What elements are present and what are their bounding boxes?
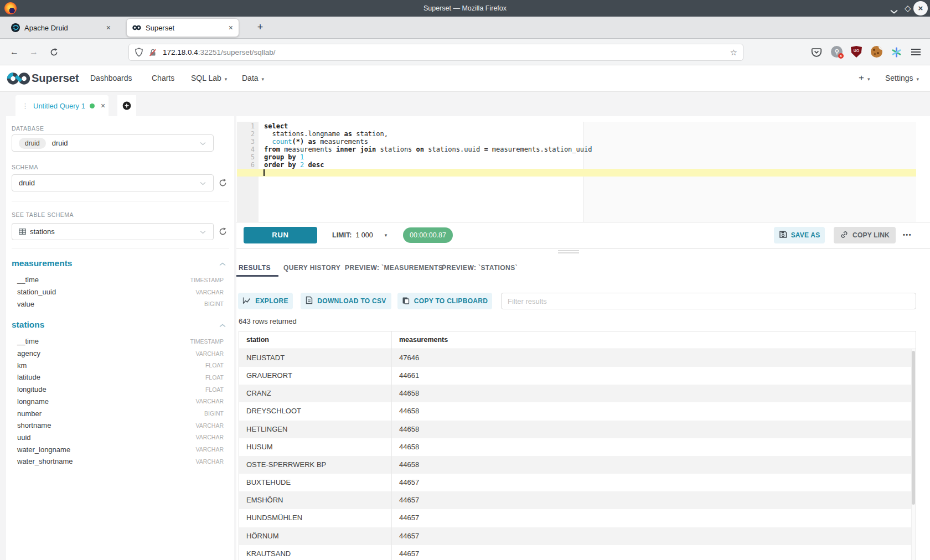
pane-resize-handle[interactable] [558, 250, 579, 251]
insecure-lock-icon[interactable] [148, 48, 157, 57]
nav-charts[interactable]: Charts [152, 65, 174, 91]
tab-results[interactable]: RESULTS [239, 263, 271, 272]
sql-code[interactable]: select stations.longname as station, cou… [264, 122, 592, 177]
results-table-header[interactable]: station measurements [239, 331, 916, 349]
run-button[interactable]: RUN [244, 227, 317, 243]
table-section-measurements[interactable]: measurements [6, 256, 234, 271]
cell-measurements: 44657 [392, 491, 916, 509]
schema-table-list: measurements__timeTIMESTAMPstation_uuidV… [6, 256, 234, 468]
nav-dashboards[interactable]: Dashboards [90, 65, 132, 91]
tab-close-icon[interactable]: × [229, 24, 233, 32]
browser-toolbar: ← → 172.18.0.4:32251/superset/sqllab/ ☆ … [0, 39, 930, 65]
divider [12, 248, 229, 248]
window-maximize-icon[interactable]: ◇ [905, 0, 911, 17]
database-select[interactable]: druid druid [12, 134, 214, 152]
column-header-measurements[interactable]: measurements [392, 331, 916, 349]
more-options-button[interactable]: ••• [898, 227, 916, 243]
tab-query-history[interactable]: QUERY HISTORY [283, 263, 340, 272]
table-row: HÖRNUM44657 [239, 527, 916, 545]
nav-data[interactable]: Data▾ [242, 65, 264, 91]
tab-preview-measurements[interactable]: PREVIEW: `MEASUREMENTS` [345, 263, 446, 272]
superset-navbar: Superset Dashboards Charts SQL Lab▾ Data… [0, 65, 930, 92]
column-row: longnameVARCHAR [6, 396, 234, 408]
table-select[interactable]: stations [12, 223, 214, 240]
limit-control[interactable]: LIMIT: 1 000 ▾ [332, 227, 387, 243]
ublock-origin-icon[interactable]: UO [851, 46, 863, 58]
drag-handle-icon[interactable]: ⋮ [22, 102, 29, 110]
cell-measurements: 44658 [392, 385, 916, 402]
reload-button[interactable] [46, 48, 61, 57]
refresh-tables-icon[interactable] [218, 227, 228, 236]
brand-name[interactable]: Superset [32, 65, 79, 91]
url-path: :32251/superset/sqllab/ [198, 48, 276, 56]
cell-measurements: 44657 [392, 509, 916, 527]
table-section-stations[interactable]: stations [6, 317, 234, 333]
add-query-tab-button[interactable] [117, 95, 136, 116]
window-minimize-icon[interactable] [890, 6, 898, 16]
copy-link-button[interactable]: COPY LINK [834, 227, 896, 243]
tab-close-icon[interactable]: × [106, 24, 111, 32]
colorful-extension-icon[interactable] [891, 46, 903, 58]
column-header-station[interactable]: station [239, 331, 392, 349]
caret-down-icon[interactable]: ▾ [385, 232, 388, 238]
scrollbar-thumb[interactable] [912, 351, 915, 505]
extension-icon[interactable]: ⚲x [831, 46, 843, 58]
cell-measurements: 44661 [392, 367, 916, 385]
text-cursor [264, 169, 265, 176]
settings-menu[interactable]: Settings▾ [885, 65, 919, 91]
cookie-extension-icon[interactable] [871, 46, 883, 58]
query-tab-close-icon[interactable]: × [101, 102, 105, 110]
collapse-chevron-icon[interactable] [219, 320, 226, 330]
query-tab-active[interactable]: ⋮ Untitled Query 1 × [16, 95, 108, 116]
table-scrollbar[interactable] [911, 349, 916, 560]
column-name: uuid [17, 433, 31, 442]
collapse-chevron-icon[interactable] [219, 258, 226, 268]
refresh-schemas-icon[interactable] [218, 178, 228, 188]
column-name: __time [17, 276, 39, 284]
sql-editor[interactable]: 1234567 select stations.longname as stat… [236, 122, 917, 222]
column-row: longitudeFLOAT [6, 383, 234, 396]
column-type: FLOAT [205, 362, 224, 369]
column-type: FLOAT [205, 374, 224, 381]
column-type: BIGINT [204, 300, 224, 307]
cell-station: HUNDSMÜHLEN [239, 509, 392, 527]
url-text[interactable]: 172.18.0.4:32251/superset/sqllab/ [163, 48, 726, 56]
schema-select[interactable]: druid [12, 174, 214, 191]
query-timer-badge: 00:00:00.87 [403, 227, 453, 243]
tab-preview-stations[interactable]: PREVIEW: `STATIONS` [442, 263, 518, 272]
forward-button[interactable]: → [27, 39, 41, 65]
column-row: shortnameVARCHAR [6, 419, 234, 432]
column-row: __timeTIMESTAMP [6, 335, 234, 348]
pane-resize-handle[interactable] [558, 252, 579, 253]
filter-results-input[interactable] [501, 293, 916, 309]
copy-to-clipboard-button[interactable]: COPY TO CLIPBOARD [397, 293, 492, 309]
table-row: HUNDSMÜHLEN44657 [239, 509, 916, 527]
download-csv-button[interactable]: DOWNLOAD TO CSV [301, 293, 391, 309]
back-button[interactable]: ← [7, 39, 22, 65]
pocket-icon[interactable] [811, 46, 823, 58]
tracking-shield-icon[interactable] [135, 48, 143, 57]
browser-tab-apache-druid[interactable]: Apache Druid × [6, 18, 116, 37]
browser-tab-superset[interactable]: Superset × [126, 18, 239, 37]
table-row: NEUSTADT47646 [239, 349, 916, 367]
query-tab-title[interactable]: Untitled Query 1 [33, 102, 85, 110]
save-as-button[interactable]: SAVE AS [774, 227, 825, 243]
url-bar[interactable]: 172.18.0.4:32251/superset/sqllab/ ☆ [128, 44, 743, 61]
column-row: latitudeFLOAT [6, 371, 234, 383]
column-row: kmFLOAT [6, 359, 234, 371]
bookmark-star-icon[interactable]: ☆ [730, 48, 737, 58]
table-row: EMSHÖRN44657 [239, 491, 916, 509]
column-type: VARCHAR [195, 446, 224, 453]
window-close-button[interactable]: × [913, 1, 928, 15]
window-titlebar: Superset — Mozilla Firefox ◇ × [0, 0, 930, 17]
explore-button[interactable]: EXPLORE [238, 293, 293, 309]
sqllab-sidebar: DATABASE druid druid SCHEMA druid SEE TA… [6, 116, 234, 560]
column-name: __time [17, 337, 39, 345]
screen: Superset — Mozilla Firefox ◇ × Apache Dr… [0, 0, 930, 560]
superset-logo-icon[interactable] [7, 71, 30, 86]
navbar-plus-button[interactable]: +▾ [859, 65, 870, 91]
menu-hamburger-icon[interactable] [911, 46, 923, 58]
new-tab-button[interactable]: + [254, 21, 267, 34]
nav-sql-lab[interactable]: SQL Lab▾ [191, 65, 227, 91]
cell-measurements: 44658 [392, 421, 916, 438]
